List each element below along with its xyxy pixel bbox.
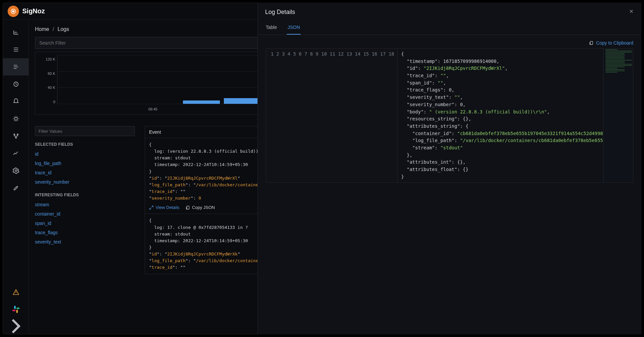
sidebar-item-dashboards[interactable] — [3, 76, 29, 93]
tab-json[interactable]: JSON — [287, 21, 300, 35]
sidebar-item-menu[interactable] — [3, 41, 29, 58]
svg-point-1 — [13, 10, 14, 12]
svg-point-5 — [17, 134, 18, 135]
sidebar-item-exceptions[interactable] — [3, 110, 29, 127]
brand-name: SigNoz — [22, 7, 45, 15]
chart-ytick: 80 K — [48, 72, 55, 76]
svg-point-6 — [15, 137, 16, 138]
copy-json-button[interactable]: Copy JSON — [185, 204, 215, 211]
sidebar-collapse-toggle[interactable] — [3, 318, 29, 334]
copy-to-clipboard-button[interactable]: Copy to Clipboard — [589, 40, 633, 46]
sidebar-item-alerts[interactable] — [3, 93, 29, 110]
close-icon[interactable] — [629, 9, 634, 16]
fields-sidebar: SELECTED FIELDS idlog_file_pathtrace_ids… — [35, 126, 135, 274]
chart-y-axis: 120 K 80 K 40 K 0 — [39, 55, 57, 113]
sidebar-item-usage[interactable] — [3, 145, 29, 162]
field-link[interactable]: container_id — [35, 209, 135, 219]
svg-point-4 — [14, 134, 15, 135]
json-code[interactable]: { "timestamp": 1671857099986914000, "id"… — [398, 49, 603, 182]
interesting-fields-heading: INTERESTING FIELDS — [35, 193, 135, 197]
drawer-header: Log Details — [258, 3, 641, 21]
drawer-tabs: Table JSON — [258, 21, 641, 35]
tab-table[interactable]: Table — [265, 21, 277, 35]
copy-to-clipboard-label: Copy to Clipboard — [596, 40, 633, 46]
chart-ytick: 120 K — [46, 57, 55, 61]
field-link[interactable]: span_id — [35, 219, 135, 228]
sidebar-item-logs[interactable] — [3, 58, 29, 76]
sidebar-item-instrument[interactable] — [3, 179, 29, 197]
sidebar-item-settings[interactable] — [3, 162, 29, 179]
sidebar — [3, 20, 29, 334]
expand-icon — [149, 205, 154, 210]
field-link[interactable]: trace_flags — [35, 228, 135, 237]
svg-rect-8 — [187, 206, 189, 209]
field-link[interactable]: log_file_path — [35, 159, 135, 168]
svg-rect-9 — [590, 41, 593, 44]
breadcrumb-sep: / — [53, 26, 54, 32]
clipboard-icon — [589, 41, 593, 45]
chart-bar[interactable] — [224, 98, 261, 104]
breadcrumb-current[interactable]: Logs — [58, 26, 69, 32]
field-link[interactable]: id — [35, 149, 135, 159]
clipboard-icon — [185, 205, 190, 210]
json-viewer: 1 2 3 4 5 6 7 8 9 10 11 12 13 14 15 16 1… — [266, 48, 633, 183]
chart-xtick: 09:45 — [148, 107, 158, 111]
selected-fields-heading: SELECTED FIELDS — [35, 142, 135, 147]
field-link[interactable]: severity_text — [35, 237, 135, 247]
sidebar-item-service-map[interactable] — [3, 127, 29, 145]
filter-values-input[interactable] — [35, 126, 135, 136]
breadcrumb-home[interactable]: Home — [35, 26, 49, 32]
log-details-drawer: Log Details Table JSON Copy to Clipboard… — [257, 3, 641, 334]
json-line-numbers: 1 2 3 4 5 6 7 8 9 10 11 12 13 14 15 16 1… — [266, 49, 398, 182]
sidebar-item-metrics[interactable] — [3, 24, 29, 41]
drawer-title: Log Details — [265, 9, 295, 16]
field-link[interactable]: trace_id — [35, 168, 135, 177]
json-minimap[interactable] — [603, 49, 633, 182]
brand-logo-icon — [8, 6, 19, 17]
svg-point-7 — [15, 170, 17, 172]
view-details-button[interactable]: View Details — [149, 204, 179, 211]
svg-point-3 — [14, 117, 17, 120]
field-link[interactable]: stream — [35, 200, 135, 209]
chart-ytick: 0 — [53, 100, 55, 104]
sidebar-item-warning[interactable] — [3, 283, 29, 301]
field-link[interactable]: severity_number — [35, 177, 135, 187]
chart-bar[interactable] — [183, 100, 220, 104]
chart-ytick: 40 K — [48, 85, 55, 89]
